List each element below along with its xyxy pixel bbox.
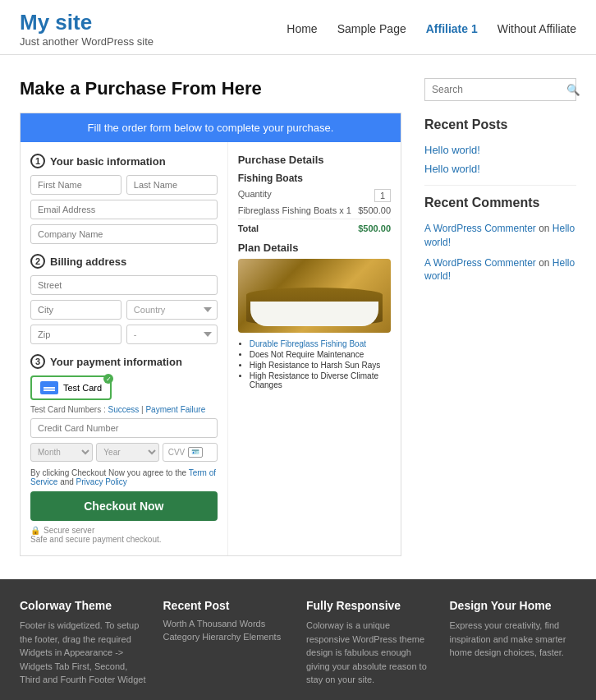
payment-label: Your payment information — [50, 356, 182, 368]
recent-posts-title: Recent Posts — [424, 117, 576, 136]
site-tagline: Just another WordPress site — [20, 35, 154, 48]
zip-select[interactable]: - — [126, 325, 218, 344]
feature-3: High Resistance to Harsh Sun Rays — [250, 361, 391, 370]
footer-widget-1: Colorway Theme Footer is widgetized. To … — [20, 599, 147, 687]
plan-features-list: Durable Fibreglass Fishing Boat Does Not… — [238, 339, 391, 389]
nav-without-affiliate[interactable]: Without Affiliate — [497, 22, 576, 35]
purchase-details-title: Purchase Details — [238, 154, 391, 166]
email-row — [30, 200, 218, 219]
item-price: $500.00 — [358, 205, 391, 215]
main-navigation: Home Sample Page Affiliate 1 Without Aff… — [287, 22, 576, 35]
footer-col4-text: Express your creativity, find inspiratio… — [450, 619, 577, 660]
privacy-link[interactable]: Privacy Policy — [76, 477, 127, 486]
product-name: Fishing Boats — [238, 173, 391, 184]
street-input[interactable] — [30, 275, 218, 295]
billing-section-title: 2 Billing address — [30, 254, 218, 269]
recent-comments-section: Recent Comments A WordPress Commenter on… — [424, 196, 576, 283]
feature-4: High Resistance to Diverse Climate Chang… — [250, 371, 391, 389]
checkout-agree-text: By clicking Checkout Now you agree to th… — [30, 468, 218, 486]
company-row — [30, 224, 218, 244]
footer-col2-link2[interactable]: Category Hierarchy Elements — [163, 632, 291, 642]
lock-icon: 🔒 — [30, 526, 40, 535]
quantity-value: 1 — [374, 189, 391, 202]
order-form-container: Fill the order form below to complete yo… — [20, 113, 401, 556]
cvv-icon: 🪪 — [188, 447, 203, 458]
nav-sample-page[interactable]: Sample Page — [337, 22, 406, 35]
comment-1-on: on — [539, 223, 552, 234]
name-row — [30, 175, 218, 195]
test-card-button[interactable]: Test Card ✓ — [30, 375, 112, 400]
nav-home[interactable]: Home — [287, 22, 317, 35]
comment-1: A WordPress Commenter on Hello world! — [424, 222, 576, 250]
search-icon: 🔍 — [566, 84, 580, 96]
sidebar: 🔍 Recent Posts Hello world! Hello world!… — [424, 78, 576, 556]
recent-post-2[interactable]: Hello world! — [424, 163, 576, 175]
failure-link[interactable]: Payment Failure — [145, 405, 205, 414]
page-title: Make a Purchase From Here — [20, 78, 401, 99]
nav-affiliate1[interactable]: Affiliate 1 — [426, 22, 478, 35]
recent-post-1[interactable]: Hello world! — [424, 144, 576, 156]
first-name-input[interactable] — [30, 175, 121, 195]
sidebar-divider — [424, 185, 576, 186]
payment-section: 3 Your payment information Test Card ✓ T… — [30, 354, 218, 462]
street-row — [30, 275, 218, 295]
form-left: 1 Your basic information — [21, 142, 228, 555]
zip-input[interactable] — [30, 325, 121, 344]
feature-1: Durable Fibreglass Fishing Boat — [250, 339, 391, 348]
footer-col2-link1[interactable]: Worth A Thousand Words — [163, 619, 291, 629]
footer-widget-4: Design Your Home Express your creativity… — [450, 599, 577, 687]
site-branding: My site Just another WordPress site — [20, 10, 154, 48]
site-header: My site Just another WordPress site Home… — [0, 0, 596, 55]
site-footer: Colorway Theme Footer is widgetized. To … — [0, 579, 596, 700]
content-area: Make a Purchase From Here Fill the order… — [0, 55, 596, 579]
comment-2-author[interactable]: A WordPress Commenter — [424, 257, 536, 269]
country-select[interactable]: Country — [126, 300, 218, 320]
zip-row: - — [30, 325, 218, 344]
boat-image — [238, 259, 391, 333]
comment-1-author[interactable]: A WordPress Commenter — [424, 223, 536, 234]
month-select[interactable]: Month — [30, 443, 93, 462]
quantity-row: Quantity 1 — [238, 189, 391, 202]
secure-text: 🔒 Secure server — [30, 526, 218, 535]
main-content: Make a Purchase From Here Fill the order… — [20, 78, 401, 556]
feature-1-link[interactable]: Durable Fibreglass Fishing Boat — [250, 339, 366, 348]
feature-2: Does Not Require Maintenance — [250, 350, 391, 359]
site-title-link[interactable]: My site — [20, 10, 92, 35]
section-number-3: 3 — [30, 354, 45, 369]
city-country-row: Country — [30, 300, 218, 320]
year-select[interactable]: Year — [96, 443, 158, 462]
order-form-body: 1 Your basic information — [21, 142, 401, 555]
footer-widgets: Colorway Theme Footer is widgetized. To … — [20, 599, 576, 687]
cvv-box: CVV 🪪 — [163, 443, 218, 462]
city-input[interactable] — [30, 300, 121, 320]
total-row: Total $500.00 — [238, 219, 391, 233]
search-input[interactable] — [425, 79, 562, 100]
form-right: Purchase Details Fishing Boats Quantity … — [228, 142, 401, 555]
plan-details-title: Plan Details — [238, 242, 391, 254]
footer-col1-text: Footer is widgetized. To setup the foote… — [20, 619, 147, 687]
footer-widget-2: Recent Post Worth A Thousand Words Categ… — [163, 599, 291, 687]
email-input[interactable] — [30, 200, 218, 219]
footer-col4-title: Design Your Home — [450, 599, 577, 612]
basic-info-label: Your basic information — [50, 155, 166, 168]
last-name-input[interactable] — [126, 175, 218, 195]
comment-2: A WordPress Commenter on Hello world! — [424, 256, 576, 284]
checkout-button[interactable]: Checkout Now — [30, 491, 218, 521]
footer-col3-text: Colorway is a unique responsive WordPres… — [306, 619, 433, 687]
test-card-numbers: Test Card Numbers : Success | Payment Fa… — [30, 405, 218, 414]
payment-section-title: 3 Your payment information — [30, 354, 218, 369]
test-card-label: Test Card — [63, 383, 102, 393]
footer-col2-title: Recent Post — [163, 599, 291, 612]
cc-row — [30, 418, 218, 438]
item-label: Fibreglass Fishing Boats x 1 — [238, 205, 351, 215]
test-card-numbers-label: Test Card Numbers : — [30, 405, 106, 414]
card-icon — [40, 381, 58, 394]
success-link[interactable]: Success — [108, 405, 139, 414]
search-button[interactable]: 🔍 — [562, 79, 585, 100]
footer-col1-title: Colorway Theme — [20, 599, 147, 612]
section-number-1: 1 — [30, 154, 45, 168]
item-row: Fibreglass Fishing Boats x 1 $500.00 — [238, 205, 391, 215]
cc-number-input[interactable] — [30, 418, 218, 438]
company-input[interactable] — [30, 224, 218, 244]
section-number-2: 2 — [30, 254, 45, 269]
